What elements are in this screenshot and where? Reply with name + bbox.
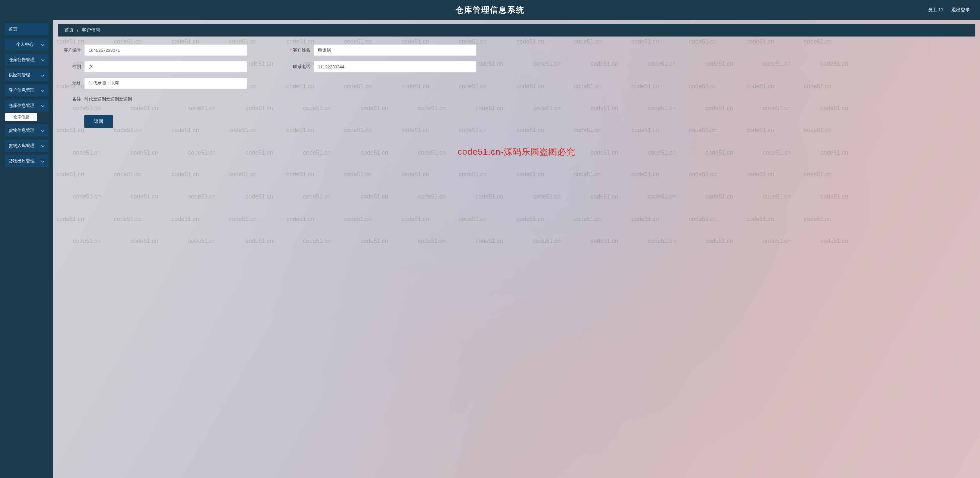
chevron-down-icon [41,129,45,132]
logout-link[interactable]: 退出登录 [951,7,970,13]
sidebar-item-customer[interactable]: 客户信息管理 [5,84,48,96]
value-remark: 时代发送到发送到发送到 [84,94,132,104]
back-button[interactable]: 返回 [84,115,113,128]
label-remark: 备注 [58,96,81,102]
header-right: 员工 11 退出登录 [928,7,970,13]
breadcrumb-current: 客户信息 [82,27,100,33]
sidebar-item-label: 货物信息管理 [9,127,41,133]
sidebar-item-label: 货物出库管理 [9,158,41,164]
user-label[interactable]: 员工 11 [928,7,943,13]
sidebar-item-label: 仓库信息管理 [9,103,41,108]
chevron-down-icon [41,73,45,77]
chevron-down-icon [41,89,45,92]
app-title: 仓库管理信息系统 [455,5,525,15]
sidebar-item-label: 个人中心 [9,41,41,48]
label-customer-name: 客户姓名 [287,47,310,53]
main-content: code51.cncode51.cncode51.cncode51.cncode… [53,20,980,478]
center-watermark: code51.cn-源码乐园盗图必究 [458,146,576,158]
label-gender: 性别 [58,64,81,70]
sidebar-item-goods[interactable]: 货物信息管理 [5,124,48,137]
input-phone[interactable] [313,61,476,72]
chevron-down-icon [41,43,45,46]
input-customer-name[interactable] [313,44,476,56]
app-header: 仓库管理信息系统 员工 11 退出登录 [0,0,980,20]
chevron-down-icon [41,144,45,148]
input-customer-id[interactable] [84,44,247,56]
sidebar-item-outbound[interactable]: 货物出库管理 [5,155,48,167]
label-phone: 联系电话 [287,64,310,70]
sidebar-item-warehouse[interactable]: 仓库信息管理 [5,100,48,111]
sidebar-item-inbound[interactable]: 货物入库管理 [5,140,48,152]
chevron-down-icon [41,104,45,107]
sidebar-item-supplier[interactable]: 供应商管理 [5,69,48,81]
input-gender[interactable] [84,61,247,72]
sidebar: 首页 个人中心 仓库公告管理 供应商管理 客户信息管理 仓库信息管理 仓库信息 … [0,20,53,478]
sidebar-item-announcement[interactable]: 仓库公告管理 [5,54,48,66]
sidebar-item-label: 供应商管理 [9,72,41,78]
sidebar-item-label: 仓库公告管理 [9,57,41,63]
breadcrumb: 首页 / 客户信息 [58,24,975,37]
breadcrumb-separator: / [77,27,78,33]
sidebar-subitem-warehouse-info[interactable]: 仓库信息 [5,113,37,121]
chevron-down-icon [41,159,45,163]
label-customer-id: 客户编号 [58,47,81,53]
sidebar-item-label: 客户信息管理 [9,87,41,93]
chevron-down-icon [41,58,45,61]
breadcrumb-home[interactable]: 首页 [64,27,74,33]
sidebar-item-label: 首页 [9,26,45,32]
input-address[interactable] [84,78,247,89]
sidebar-item-label: 货物入库管理 [9,143,41,149]
customer-form: 客户编号 客户姓名 性别 联系电话 [58,42,975,128]
label-address: 地址 [58,80,81,86]
sidebar-item-home[interactable]: 首页 [5,23,48,35]
sidebar-item-profile[interactable]: 个人中心 [5,38,48,51]
